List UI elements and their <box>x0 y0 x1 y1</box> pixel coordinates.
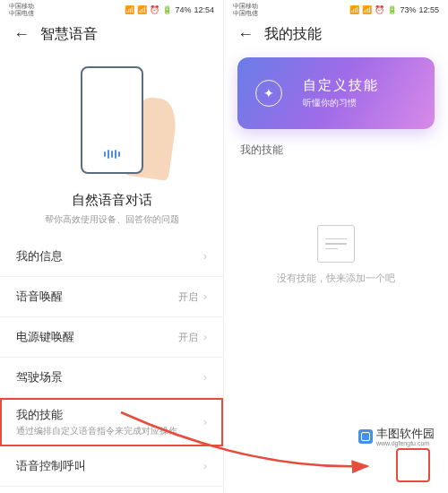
chevron-right-icon: › <box>203 416 207 428</box>
alarm-icon: ⏰ <box>150 5 159 14</box>
signal-icon: 📶 <box>362 5 372 14</box>
list-label: 驾驶场景 <box>16 369 63 385</box>
chevron-right-icon: › <box>203 460 207 472</box>
alarm-icon: ⏰ <box>375 5 384 14</box>
section-label: 我的技能 <box>224 138 448 162</box>
back-icon[interactable]: ← <box>13 25 30 44</box>
hero-subtitle: 帮你高效使用设备、回答你的问题 <box>18 213 205 226</box>
list-item-power-wake[interactable]: 电源键唤醒 开启› <box>0 317 223 358</box>
watermark-logo-icon <box>358 429 373 444</box>
chevron-right-icon: › <box>203 331 207 343</box>
signal-icon: 📶 <box>349 5 359 14</box>
battery-percent: 74% <box>175 5 191 14</box>
status-right: 📶 📶 ⏰ 🔋 74% 12:54 <box>125 5 214 14</box>
status-right: 📶 📶 ⏰ 🔋 73% 12:55 <box>349 5 439 14</box>
page-title: 智慧语音 <box>40 25 98 44</box>
signal-icon: 📶 <box>137 5 147 14</box>
document-icon <box>317 225 355 263</box>
list-label: 我的信息 <box>16 248 63 264</box>
status-bar: 中国移动 中国电信 📶 📶 ⏰ 🔋 73% 12:55 <box>224 0 448 16</box>
header: ← 智慧语音 <box>0 16 223 53</box>
card-title: 自定义技能 <box>303 77 418 94</box>
list-item-voice-wake[interactable]: 语音唤醒 开启› <box>0 277 223 317</box>
chevron-right-icon: › <box>203 250 207 263</box>
battery-percent: 73% <box>400 5 416 14</box>
clock: 12:54 <box>194 5 214 14</box>
phone-illustration <box>81 66 143 174</box>
carrier-label: 中国移动 中国电信 <box>233 3 258 17</box>
list-label: 语音唤醒 <box>16 289 63 305</box>
empty-text: 没有技能，快来添加一个吧 <box>277 272 395 285</box>
add-button-highlight[interactable] <box>398 450 428 480</box>
right-screenshot: 中国移动 中国电信 📶 📶 ⏰ 🔋 73% 12:55 ← 我的技能 ✦ 自定义… <box>224 0 448 493</box>
battery-icon: 🔋 <box>387 5 397 14</box>
status-bar: 中国移动 中国电信 📶 📶 ⏰ 🔋 74% 12:54 <box>0 0 223 16</box>
list-label: 我的技能 <box>16 407 203 423</box>
list-value: 开启 <box>178 290 198 304</box>
header: ← 我的技能 <box>224 16 448 53</box>
signal-icon: 📶 <box>125 5 134 14</box>
list-label: 电源键唤醒 <box>16 329 74 345</box>
hero-text: 自然语音对话 帮你高效使用设备、回答你的问题 <box>0 187 223 237</box>
watermark: 丰图软件园 www.dgfengtu.com <box>354 424 439 448</box>
hero-illustration <box>0 53 223 187</box>
left-screenshot: 中国移动 中国电信 📶 📶 ⏰ 🔋 74% 12:54 ← 智慧语音 自然语音对… <box>0 0 224 493</box>
clock: 12:55 <box>418 5 439 14</box>
custom-skill-card[interactable]: ✦ 自定义技能 听懂你的习惯 <box>237 57 435 129</box>
carrier-label: 中国移动 中国电信 <box>9 3 34 17</box>
list-item-voice-call[interactable]: 语音控制呼叫 › <box>0 446 223 487</box>
magic-wand-icon: ✦ <box>255 80 282 107</box>
list-value: 开启 <box>178 331 198 344</box>
hero-title: 自然语音对话 <box>18 192 205 209</box>
chevron-right-icon: › <box>203 371 207 384</box>
battery-icon: 🔋 <box>162 5 172 14</box>
list-item-my-skills[interactable]: 我的技能 通过编排自定义语音指令来完成对应操作 › <box>0 398 223 446</box>
watermark-url: www.dgfengtu.com <box>376 440 435 446</box>
list-label: 语音控制呼叫 <box>16 458 86 474</box>
back-icon[interactable]: ← <box>237 25 254 44</box>
empty-state: 没有技能，快来添加一个吧 <box>224 225 448 285</box>
list-item-driving[interactable]: 驾驶场景 › <box>0 358 223 398</box>
page-title: 我的技能 <box>264 25 322 44</box>
chevron-right-icon: › <box>203 290 207 303</box>
card-subtitle: 听懂你的习惯 <box>303 97 418 109</box>
voice-wave-icon <box>104 150 120 159</box>
list-item-my-info[interactable]: 我的信息 › <box>0 237 223 277</box>
list-subtitle: 通过编排自定义语音指令来完成对应操作 <box>16 425 203 437</box>
